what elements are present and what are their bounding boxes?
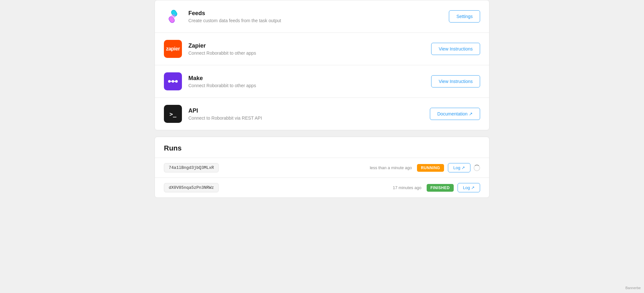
api-info: API Connect to Roborabbit via REST API xyxy=(188,107,430,121)
run-id-1: 74a1lBngd3jbQ3MLxR xyxy=(164,163,219,172)
feeds-info: Feeds Create custom data feeds from the … xyxy=(188,10,449,23)
integration-row-make: Make Connect Roborabbit to other apps Vi… xyxy=(155,65,489,98)
runs-card: Runs 74a1lBngd3jbQ3MLxR less than a minu… xyxy=(155,137,489,198)
run-status-badge-2: FINISHED xyxy=(427,184,454,192)
api-icon: >_ xyxy=(164,105,182,123)
run-log-button-1[interactable]: Log ↗ xyxy=(448,163,470,172)
zapier-info: Zapier Connect Roborabbit to other apps xyxy=(188,42,431,56)
runs-header: Runs xyxy=(155,137,489,158)
feeds-settings-button[interactable]: Settings xyxy=(449,10,480,23)
api-title: API xyxy=(188,107,430,114)
make-title: Make xyxy=(188,75,431,82)
zapier-icon: zapier xyxy=(164,40,182,58)
make-info: Make Connect Roborabbit to other apps xyxy=(188,75,431,88)
run-log-button-2[interactable]: Log ↗ xyxy=(458,183,480,192)
zapier-instructions-button[interactable]: View Instructions xyxy=(431,43,480,55)
run-row-1: 74a1lBngd3jbQ3MLxR less than a minute ag… xyxy=(155,158,489,178)
integrations-card: Feeds Create custom data feeds from the … xyxy=(155,0,489,130)
api-desc: Connect to Roborabbit via REST API xyxy=(188,115,430,121)
zapier-title: Zapier xyxy=(188,42,431,49)
bannerbe-label: Bannerbe xyxy=(625,286,641,290)
runs-title: Runs xyxy=(164,144,480,152)
feeds-desc: Create custom data feeds from the task o… xyxy=(188,18,449,23)
run-time-2: 17 minutes ago xyxy=(224,185,421,190)
make-instructions-button[interactable]: View Instructions xyxy=(431,75,480,87)
run-status-badge-1: RUNNING xyxy=(417,164,444,172)
zapier-desc: Connect Roborabbit to other apps xyxy=(188,50,431,56)
make-icon xyxy=(164,72,182,90)
feeds-icon xyxy=(164,7,182,25)
feeds-title: Feeds xyxy=(188,10,449,17)
integration-row-api: >_ API Connect to Roborabbit via REST AP… xyxy=(155,98,489,130)
api-documentation-button[interactable]: Documentation ↗ xyxy=(430,108,480,120)
integration-row-feeds: Feeds Create custom data feeds from the … xyxy=(155,0,489,33)
run-row-2: dX0V85nqa5zPn3NRWz 17 minutes ago FINISH… xyxy=(155,178,489,197)
integration-row-zapier: zapier Zapier Connect Roborabbit to othe… xyxy=(155,33,489,65)
run-id-2: dX0V85nqa5zPn3NRWz xyxy=(164,183,219,192)
run-time-1: less than a minute ago xyxy=(224,165,412,170)
run-spinner-1 xyxy=(474,165,480,171)
make-desc: Connect Roborabbit to other apps xyxy=(188,83,431,88)
